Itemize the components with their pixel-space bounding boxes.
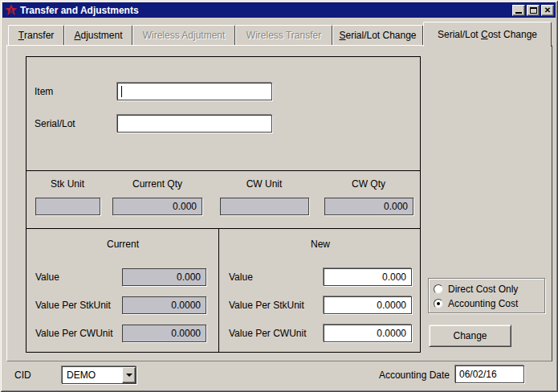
- radio-on-icon: [434, 299, 443, 308]
- new-value-per-stkunit-label: Value Per StkUnit: [229, 300, 304, 311]
- accounting-cost-label: Accounting Cost: [448, 298, 518, 309]
- tab-transfer[interactable]: Transfer: [8, 25, 64, 45]
- tab-wireless-adjustment: Wireless Adjutment: [132, 25, 235, 45]
- new-section: New Value Value Per StkUnit Value Per CW…: [218, 229, 420, 352]
- maximize-icon: [530, 7, 537, 14]
- app-icon: [5, 4, 18, 16]
- current-value-per-stkunit-label: Value Per StkUnit: [35, 300, 111, 311]
- accounting-date-label: Accounting Date: [337, 370, 450, 381]
- tab-adjustment[interactable]: Adjustment: [64, 25, 132, 45]
- current-value-field: 0.000: [122, 268, 206, 286]
- current-value-per-cwunit-field: 0.0000: [122, 325, 206, 342]
- cw-qty-field: 0.000: [324, 198, 413, 215]
- serial-lot-label: Serial/Lot: [35, 118, 75, 129]
- chevron-down-icon: [126, 374, 132, 380]
- current-header: Current: [107, 239, 139, 250]
- new-value-per-stkunit-input[interactable]: [324, 296, 412, 314]
- radio-accounting-cost[interactable]: Accounting Cost: [434, 297, 518, 310]
- cid-label: CID: [14, 370, 31, 381]
- cid-dropdown-button[interactable]: [122, 367, 136, 383]
- change-button[interactable]: Change: [429, 325, 511, 347]
- text-caret: [121, 86, 122, 97]
- tab-wireless-transfer: Wireless Transfer: [235, 25, 332, 45]
- current-value-label: Value: [35, 272, 59, 283]
- current-value-per-stkunit-field: 0.0000: [122, 296, 206, 314]
- tab-serial-lot-change[interactable]: Serial/Lot Change: [332, 25, 423, 45]
- transfer-and-adjustments-window: Transfer and Adjustments ✕ Transfer Adju…: [0, 0, 558, 392]
- close-button[interactable]: ✕: [541, 5, 554, 16]
- current-value-per-cwunit-label: Value Per CWUnit: [35, 328, 112, 339]
- current-qty-header: Current Qty: [132, 178, 182, 190]
- new-value-per-cwunit-input[interactable]: [324, 325, 412, 342]
- tab-serial-lot-cost-change[interactable]: Serial/Lot Cost Change: [423, 22, 552, 47]
- radio-off-icon: [434, 284, 443, 294]
- title-bar: Transfer and Adjustments ✕: [2, 2, 556, 18]
- close-icon: ✕: [544, 6, 551, 14]
- direct-cost-only-label: Direct Cost Only: [448, 284, 518, 295]
- cw-unit-header: CW Unit: [246, 178, 283, 190]
- cid-value: DEMO: [63, 367, 122, 383]
- serial-lot-cost-change-page: Item Serial/Lot Stk Unit Current Qty CW …: [6, 45, 552, 361]
- radio-direct-cost-only[interactable]: Direct Cost Only: [434, 283, 518, 296]
- window-title: Transfer and Adjustments: [20, 5, 511, 16]
- item-panel: Item Serial/Lot: [26, 56, 421, 171]
- values-panel: Current Value 0.000 Value Per StkUnit 0.…: [26, 228, 421, 353]
- maximize-button[interactable]: [527, 5, 540, 16]
- new-value-label: Value: [229, 272, 253, 283]
- new-header: New: [311, 239, 330, 250]
- stk-unit-header: Stk Unit: [51, 178, 84, 190]
- current-section: Current Value 0.000 Value Per StkUnit 0.…: [26, 229, 218, 352]
- units-panel: Stk Unit Current Qty CW Unit CW Qty 0.00…: [26, 170, 421, 229]
- stk-unit-field: [35, 198, 100, 215]
- cw-qty-header: CW Qty: [352, 178, 385, 190]
- tab-strip: Transfer Adjustment Wireless Adjutment W…: [8, 22, 552, 45]
- cw-unit-field: [220, 198, 309, 215]
- cost-option-group: Direct Cost Only Accounting Cost: [428, 278, 545, 313]
- new-value-per-cwunit-label: Value Per CWUnit: [229, 328, 306, 339]
- minimize-icon: [515, 12, 522, 14]
- item-label: Item: [35, 86, 53, 97]
- minimize-button[interactable]: [512, 5, 525, 16]
- accounting-date-input[interactable]: [455, 365, 524, 383]
- new-value-input[interactable]: [324, 268, 412, 286]
- current-qty-field: 0.000: [112, 198, 202, 215]
- serial-lot-input[interactable]: [117, 115, 272, 133]
- item-input[interactable]: [117, 83, 272, 100]
- cid-combobox[interactable]: DEMO: [62, 366, 136, 384]
